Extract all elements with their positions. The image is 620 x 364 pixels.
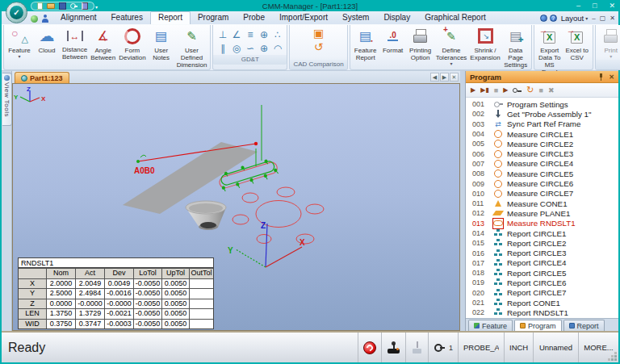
stop-icon[interactable]: ■ bbox=[494, 86, 498, 94]
status-more-button[interactable]: MORE... bbox=[578, 333, 618, 362]
new-document-icon[interactable] bbox=[37, 2, 43, 10]
profile-surface-icon[interactable]: ◠ bbox=[270, 41, 284, 55]
program-step[interactable]: 008 Measure CIRCLE5 bbox=[466, 169, 618, 178]
ribbon-button[interactable]: Excel to CSV bbox=[563, 26, 591, 66]
doc-close-button[interactable]: ✕ bbox=[610, 15, 615, 22]
next-tab-button[interactable]: ▶ bbox=[440, 73, 449, 82]
program-step[interactable]: 017 Report CIRCLE4 bbox=[466, 258, 618, 268]
program-step[interactable]: 007 Measure CIRCLE4 bbox=[466, 159, 618, 169]
program-step[interactable]: 001 Program Settings bbox=[466, 99, 618, 109]
program-step[interactable]: 009 Measure CIRCLE6 bbox=[466, 178, 618, 188]
3d-viewport[interactable]: Z Y X bbox=[12, 83, 460, 331]
cad-align-icon[interactable]: ▣ bbox=[313, 27, 324, 40]
maximize-button[interactable]: □ bbox=[593, 2, 597, 10]
teach-icon[interactable] bbox=[513, 88, 522, 93]
program-step[interactable]: 004 Measure CIRCLE1 bbox=[466, 129, 618, 139]
profile-line-icon[interactable]: ∽ bbox=[243, 41, 257, 55]
program-step[interactable]: 018 Report CIRCLE5 bbox=[466, 268, 618, 278]
program-step[interactable]: 022 Report RNDSLT1 bbox=[466, 308, 618, 317]
resize-grip[interactable] bbox=[614, 358, 617, 361]
program-step[interactable]: 019 Report CIRCLE6 bbox=[466, 278, 618, 287]
ribbon-tab[interactable]: System bbox=[335, 11, 376, 24]
ribbon-button[interactable]: Printing Option bbox=[407, 26, 434, 66]
ribbon-button[interactable]: Print bbox=[597, 26, 620, 59]
run-from-icon[interactable]: ▶ bbox=[503, 86, 508, 94]
save-file-icon[interactable] bbox=[59, 2, 66, 10]
ribbon-button[interactable]: Angle Between bbox=[89, 26, 117, 66]
ribbon-tab[interactable]: Alignment bbox=[53, 11, 103, 24]
ribbon-tab[interactable]: Graphical Report bbox=[417, 11, 493, 24]
user-icon[interactable] bbox=[41, 15, 48, 23]
composite-position-icon[interactable]: ∴ bbox=[270, 27, 284, 41]
angularity-icon[interactable]: ∠ bbox=[229, 27, 243, 41]
program-step[interactable]: 021 Report CONE1 bbox=[466, 298, 618, 308]
status-probe-assembly[interactable]: PROBE_ASSEN bbox=[458, 333, 504, 362]
layout-button[interactable]: Layout ▾ bbox=[561, 14, 589, 23]
status-units[interactable]: INCH bbox=[504, 333, 533, 362]
ribbon-tab[interactable]: Features bbox=[103, 11, 149, 24]
program-step[interactable]: 020 Report CIRCLE7 bbox=[466, 288, 618, 298]
program-step[interactable]: 002 Get "Probe Assembly 1" bbox=[466, 109, 618, 119]
ribbon-tab[interactable]: Display bbox=[376, 11, 417, 24]
run-to-end-icon[interactable]: ▶▮ bbox=[480, 86, 489, 94]
probe-button[interactable] bbox=[405, 333, 428, 362]
document-tab[interactable]: Part1:123 bbox=[15, 72, 69, 83]
sphere-icon[interactable] bbox=[31, 15, 38, 23]
concentricity-icon[interactable]: ◎ bbox=[229, 41, 243, 55]
minimize-button[interactable]: – bbox=[576, 2, 580, 10]
help-icon[interactable]: ? bbox=[550, 15, 557, 22]
program-step[interactable]: 005 Measure CIRCLE2 bbox=[466, 139, 618, 149]
position-icon[interactable]: ⊕ bbox=[257, 27, 270, 41]
program-step[interactable]: 011 Measure CONE1 bbox=[466, 199, 618, 208]
close-tab-button[interactable]: ✕ bbox=[450, 73, 459, 82]
permissions-key-icon[interactable] bbox=[70, 2, 78, 10]
program-step[interactable]: 006 Measure CIRCLE3 bbox=[466, 149, 618, 158]
program-step[interactable]: 014 Report CIRCLE1 bbox=[466, 228, 618, 238]
close-button[interactable]: ✕ bbox=[609, 2, 615, 10]
program-step[interactable]: 003 Sync Part Ref Frame bbox=[466, 119, 618, 129]
prev-tab-button[interactable]: ◀ bbox=[430, 73, 439, 82]
ribbon-tab[interactable]: Report bbox=[150, 11, 191, 24]
run-icon[interactable]: ▶ bbox=[471, 86, 475, 94]
panel-tab[interactable]: Feature bbox=[468, 320, 513, 331]
break-icon[interactable]: ✖ bbox=[548, 86, 555, 94]
perpendicularity-icon[interactable]: ⊥ bbox=[216, 27, 229, 41]
program-step[interactable]: 013 Measure RNDSLT1 bbox=[466, 219, 618, 228]
open-file-icon[interactable] bbox=[47, 3, 55, 9]
ribbon-tab[interactable]: Program bbox=[191, 11, 236, 24]
export-icon[interactable] bbox=[82, 2, 88, 10]
cad-compare-icon[interactable]: ↺ bbox=[314, 40, 324, 53]
key-lock-button[interactable]: 1 bbox=[428, 333, 458, 362]
view-tools-tab[interactable]: View Tools bbox=[2, 73, 12, 126]
emergency-stop-button[interactable] bbox=[358, 333, 381, 362]
ribbon-button[interactable]: Data Page Settings bbox=[502, 26, 530, 73]
refresh-icon[interactable]: ↻ bbox=[526, 85, 534, 95]
ribbon-button[interactable]: Feature bbox=[6, 26, 33, 59]
panel-close-icon[interactable]: ✕ bbox=[609, 73, 614, 81]
ribbon-button[interactable]: Format bbox=[379, 26, 407, 59]
doc-minimize-button[interactable]: – bbox=[592, 15, 595, 22]
ribbon-tab[interactable]: Import/Export bbox=[272, 11, 335, 24]
program-step[interactable]: 010 Measure CIRCLE7 bbox=[466, 189, 618, 199]
program-step[interactable]: 016 Report CIRCLE3 bbox=[466, 248, 618, 257]
panel-tab[interactable]: Report bbox=[563, 320, 605, 331]
ribbon-button[interactable]: Form Deviation bbox=[117, 26, 147, 66]
parallelism-icon[interactable]: ∥ bbox=[216, 41, 229, 55]
ribbon-button[interactable]: User Defined Dimension bbox=[175, 26, 209, 73]
ribbon-button[interactable]: Cloud bbox=[33, 26, 61, 59]
block-icon[interactable]: ■ bbox=[539, 86, 543, 94]
status-alignment[interactable]: Unnamed bbox=[533, 333, 578, 362]
ribbon-tab[interactable]: Probe bbox=[236, 11, 272, 24]
panel-tab[interactable]: Program bbox=[514, 320, 562, 331]
doc-restore-button[interactable]: ▢ bbox=[600, 15, 606, 22]
pin-icon[interactable] bbox=[597, 73, 604, 81]
ribbon-button[interactable]: Distance Between bbox=[61, 26, 89, 65]
flatness-icon[interactable]: ≡ bbox=[243, 27, 257, 41]
ribbon-button[interactable]: Shrink / Expansion bbox=[468, 26, 501, 66]
position-datum-icon[interactable]: ⊕ bbox=[257, 41, 270, 55]
program-step[interactable]: 012 Measure PLANE1 bbox=[466, 208, 618, 218]
ribbon-button[interactable]: Feature Report bbox=[352, 26, 379, 66]
program-step[interactable]: 015 Report CIRCLE2 bbox=[466, 238, 618, 248]
app-logo-icon[interactable] bbox=[6, 2, 27, 23]
ribbon-button[interactable]: User Notes bbox=[148, 26, 175, 66]
